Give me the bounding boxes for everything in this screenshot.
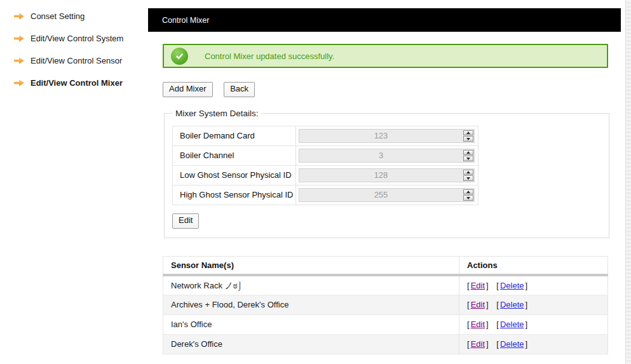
bracket: [ xyxy=(496,320,499,329)
sidebar-item-label: Edit/View Control Sensor xyxy=(31,56,122,65)
page-title-bar: Control Mixer xyxy=(148,8,621,32)
delete-link[interactable]: Delete xyxy=(500,281,524,290)
form-row: High Ghost Sensor Physical ID xyxy=(173,185,478,205)
spin-down-button[interactable] xyxy=(463,195,473,201)
back-button[interactable]: Back xyxy=(224,82,255,97)
up-arrow-icon xyxy=(466,171,470,173)
delete-link[interactable]: Delete xyxy=(500,320,524,329)
table-row: Ian's Office [Edit] [Delete] xyxy=(163,314,608,334)
sidebar-item-control-system[interactable]: Edit/View Control System xyxy=(0,27,148,50)
spin-up-button[interactable] xyxy=(463,189,473,195)
up-arrow-icon xyxy=(466,151,470,154)
bracket: ] xyxy=(486,281,489,290)
sidebar-item-label: Conset Setting xyxy=(31,11,85,21)
delete-link[interactable]: Delete xyxy=(500,339,524,349)
field-label: Boiler Channel xyxy=(173,145,296,165)
main-panel: Control Mixer Control Mixer updated succ… xyxy=(148,0,621,364)
down-arrow-icon xyxy=(466,177,470,180)
sensor-name-cell: Network Rack ノಠ⌡ xyxy=(163,275,459,295)
up-arrow-icon xyxy=(466,131,470,134)
spinner-buttons xyxy=(463,169,474,182)
sensor-name-cell: Derek's Office xyxy=(163,334,459,354)
bracket: [ xyxy=(496,339,499,349)
add-mixer-button[interactable]: Add Mixer xyxy=(163,82,213,97)
high-ghost-sensor-id-input[interactable] xyxy=(299,189,463,201)
bracket: ] xyxy=(525,339,527,349)
mixer-system-details-fieldset: Mixer System Details: Boiler Demand Card xyxy=(164,109,609,238)
down-arrow-icon xyxy=(466,138,470,140)
spinner-buttons xyxy=(463,130,474,142)
bracket: [ xyxy=(496,281,499,290)
spinner-buttons xyxy=(463,149,474,162)
vertical-scrollbar[interactable] xyxy=(625,0,631,364)
edit-link[interactable]: Edit xyxy=(471,320,485,329)
spin-down-button[interactable] xyxy=(463,175,473,181)
edit-link[interactable]: Edit xyxy=(471,281,485,290)
orange-arrow-icon xyxy=(13,12,25,20)
delete-link[interactable]: Delete xyxy=(500,300,524,309)
form-row: Boiler Channel xyxy=(173,145,478,165)
actions-cell: [Edit] [Delete] xyxy=(459,295,608,314)
bracket: [ xyxy=(467,320,470,329)
sensor-name-cell: Archives + Flood, Derek's Office xyxy=(163,295,459,314)
sensor-name-header: Sensor Name(s) xyxy=(163,256,459,275)
spin-down-button[interactable] xyxy=(463,136,473,142)
boiler-channel-spinner xyxy=(299,149,475,163)
edit-link[interactable]: Edit xyxy=(471,300,485,309)
table-row: Derek's Office [Edit] [Delete] xyxy=(163,334,608,354)
boiler-channel-input[interactable] xyxy=(299,149,463,162)
orange-arrow-icon xyxy=(13,57,25,65)
up-arrow-icon xyxy=(466,191,470,193)
bracket: ] xyxy=(486,320,489,329)
field-label: Low Ghost Sensor Physical ID xyxy=(173,165,296,185)
sidebar-item-control-mixer[interactable]: Edit/View Control Mixer xyxy=(0,72,148,94)
field-label: Boiler Demand Card xyxy=(173,126,296,145)
actions-header: Actions xyxy=(459,256,608,275)
toolbar: Add Mixer Back xyxy=(163,82,608,97)
form-row: Low Ghost Sensor Physical ID xyxy=(173,165,478,185)
actions-cell: [Edit] [Delete] xyxy=(459,334,608,354)
down-arrow-icon xyxy=(466,197,470,199)
form-row: Boiler Demand Card xyxy=(173,126,478,145)
high-ghost-sensor-id-spinner xyxy=(299,188,475,202)
bracket: [ xyxy=(467,300,470,309)
orange-arrow-icon xyxy=(13,79,25,87)
sidebar: Conset Setting Edit/View Control System … xyxy=(0,0,148,364)
spin-up-button[interactable] xyxy=(463,150,473,156)
sidebar-item-label: Edit/View Control System xyxy=(31,34,123,43)
sensor-table: Sensor Name(s) Actions Network Rack ノಠ⌡ … xyxy=(163,256,608,354)
boiler-demand-card-spinner xyxy=(299,129,475,143)
field-label: High Ghost Sensor Physical ID xyxy=(173,185,296,205)
bracket: ] xyxy=(525,281,527,290)
bracket: [ xyxy=(496,300,499,309)
spin-up-button[interactable] xyxy=(463,130,473,136)
page-title: Control Mixer xyxy=(162,16,209,25)
actions-cell: [Edit] [Delete] xyxy=(459,275,608,295)
table-row: Network Rack ノಠ⌡ [Edit] [Delete] xyxy=(163,275,608,295)
spin-up-button[interactable] xyxy=(463,170,473,175)
bracket: [ xyxy=(467,339,470,349)
sidebar-item-control-sensor[interactable]: Edit/View Control Sensor xyxy=(0,50,148,72)
fieldset-legend: Mixer System Details: xyxy=(173,109,261,118)
bracket: [ xyxy=(467,281,470,290)
bracket: ] xyxy=(486,339,489,349)
success-message: Control Mixer updated successfully. xyxy=(205,51,334,61)
sidebar-item-conset-setting[interactable]: Conset Setting xyxy=(0,5,148,27)
edit-link[interactable]: Edit xyxy=(471,339,485,349)
bracket: ] xyxy=(525,320,527,329)
sensor-name-cell: Ian's Office xyxy=(163,314,459,334)
spinner-buttons xyxy=(463,189,474,201)
low-ghost-sensor-id-spinner xyxy=(299,168,475,182)
actions-cell: [Edit] [Delete] xyxy=(459,314,608,334)
boiler-demand-card-input[interactable] xyxy=(299,130,463,142)
bracket: ] xyxy=(525,300,527,309)
low-ghost-sensor-id-input[interactable] xyxy=(299,169,463,182)
success-alert: Control Mixer updated successfully. xyxy=(163,44,608,68)
spin-down-button[interactable] xyxy=(463,156,473,161)
down-arrow-icon xyxy=(466,158,470,160)
check-circle-icon xyxy=(171,48,188,65)
edit-button[interactable]: Edit xyxy=(172,213,199,229)
sidebar-item-label: Edit/View Control Mixer xyxy=(31,78,123,88)
table-header-row: Sensor Name(s) Actions xyxy=(163,256,608,275)
table-row: Archives + Flood, Derek's Office [Edit] … xyxy=(163,295,608,314)
